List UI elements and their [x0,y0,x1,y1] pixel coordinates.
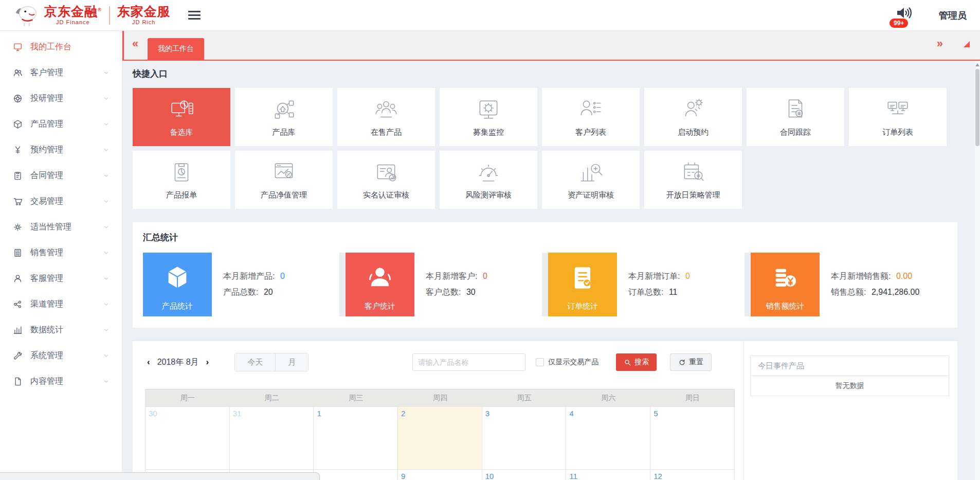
tab-my-workbench[interactable]: 我的工作台 [148,38,204,60]
sidebar-item-channel[interactable]: 渠道管理 [0,291,122,317]
user-menu[interactable]: 管理员 [939,9,967,22]
stat-line2-label: 订单总数: [628,288,663,296]
sidebar-item-product[interactable]: 产品管理 [0,111,122,137]
quick-tile[interactable]: 订单列表 [849,88,947,146]
product-network-icon [271,97,297,124]
weekday-label: 周五 [482,389,567,407]
quick-tile[interactable]: 在售产品 [337,88,435,146]
tabs-scroll-right-icon[interactable]: » [937,38,943,49]
sidebar-item-contract[interactable]: 合同管理 [0,163,122,188]
quick-entry-grid: 备选库产品库在售产品募集监控客户列表启动预约合同跟踪订单列表产品报单产品净值管理… [133,88,947,209]
tools-icon [12,350,23,361]
tabs-scroll-left-icon[interactable]: « [132,38,138,49]
calendar-day-cell[interactable]: 12 [650,470,735,480]
calendar-day-cell[interactable]: 5 [650,407,735,470]
sidebar-item-cms[interactable]: 内容管理 [0,368,122,394]
stat-line2-value: 2,941,286.00 [869,288,919,296]
sidebar-item-sales[interactable]: 销售管理 [0,240,122,265]
sidebar-item-workbench[interactable]: 我的工作台 [0,34,122,60]
logo: 京东金融® JD Finance 东家金服 JD Rich [13,4,171,27]
sidebar-item-reservation[interactable]: 预约管理 [0,137,122,163]
report-clipboard-icon [169,159,194,187]
quick-tile[interactable]: 募集监控 [440,88,537,146]
trade-only-checkbox-row[interactable]: 仅显示交易产品 [536,358,598,367]
stat-card: 销售额统计本月新增销售额: 0.00销售总额: 2,941,286.00 [751,253,947,316]
quick-tile[interactable]: 启动预约 [644,88,742,146]
calendar-day-cell[interactable]: 2 [398,407,482,470]
quick-tile[interactable]: 合同跟踪 [747,88,844,146]
brand-jd-finance: 京东金融® JD Finance [44,5,102,25]
person-icon [12,273,23,283]
quick-tile[interactable]: 产品库 [235,88,333,146]
calendar-day-cell[interactable]: 30 [146,407,230,470]
sidebar-item-research[interactable]: 投研管理 [0,85,122,111]
sidebar-item-system[interactable]: 系统管理 [0,343,122,368]
scrollbar-thumb[interactable] [975,69,979,146]
calendar-panel: ‹ 2018年 8月 › 今天 月 仅显示交易产品 [133,341,957,480]
page-scrollbar[interactable] [975,61,980,480]
calendar-day-cell[interactable] [314,470,398,480]
quick-tile-label: 产品净值管理 [261,190,307,200]
compass-icon [12,93,23,103]
stat-card-color-block: 销售额统计 [751,253,820,316]
hamburger-menu-icon[interactable] [188,11,201,20]
today-events-box: 今日事件产品 暂无数据 [750,355,949,396]
calendar-next-button[interactable]: › [204,357,211,367]
calendar-prev-button[interactable]: ‹ [145,357,152,367]
quick-tile[interactable]: 实名认证审核 [337,151,435,209]
sidebar-item-trade[interactable]: 交易管理 [0,188,122,214]
jd-mascot-logo-icon [13,4,41,27]
sidebar-item-label: 销售管理 [30,247,63,258]
stat-card-label: 销售额统计 [766,301,805,311]
calendar-day-cell[interactable]: 31 [230,407,314,470]
calendar-day-cell[interactable]: 10 [482,470,567,480]
chevron-down-icon [103,301,110,308]
sidebar-item-label: 客户管理 [30,67,63,78]
calendar-day-cell[interactable]: 3 [482,407,567,470]
calendar-day-cell[interactable]: 11 [566,470,650,480]
weekday-label: 周四 [398,389,482,407]
today-button[interactable]: 今天 [235,353,275,371]
reset-button[interactable]: 重置 [670,353,712,371]
quick-tile[interactable]: 产品净值管理 [235,151,333,209]
quick-tile[interactable]: 风险测评审核 [440,151,537,209]
calendar-day-cell[interactable]: 4 [566,407,650,470]
search-button[interactable]: 搜索 [616,353,657,371]
tab-options-caret-icon[interactable] [964,41,970,47]
stat-line2-label: 产品总数: [223,288,258,296]
calendar-day-cell[interactable]: 9 [398,470,482,480]
quick-tile-label: 产品库 [273,128,296,137]
scrollbar-up-arrow-icon[interactable] [975,63,979,66]
stat-line1-label: 本月新增产品: [223,272,275,280]
quick-tile[interactable]: 资产证明审核 [542,151,640,209]
monitor-gear-icon [476,97,501,124]
users-filled-icon [346,253,414,301]
quick-tile[interactable]: 备选库 [133,88,230,146]
sidebar-item-label: 数据统计 [30,325,63,335]
brand-jd-rich: 东家金服 JD Rich [117,5,171,25]
quick-tile[interactable]: 产品报单 [133,151,230,209]
sidebar-item-customer[interactable]: 客户管理 [0,60,122,85]
stat-line1-label: 本月新增订单: [628,272,680,280]
sidebar-item-service[interactable]: 客服管理 [0,265,122,291]
stat-line2-label: 销售总额: [831,288,866,296]
stat-line2-label: 客户总数: [426,288,461,296]
quick-tile[interactable]: 开放日策略管理 [644,151,742,209]
notification-speaker-button[interactable]: 99+ [894,0,914,31]
month-view-button[interactable]: 月 [275,353,308,371]
day-number: 2 [401,409,405,418]
chevron-down-icon [103,69,110,76]
calendar-day-cell[interactable]: 1 [314,407,398,470]
risk-gauge-icon [476,159,501,187]
sidebar-item-stats[interactable]: 数据统计 [0,317,122,343]
quick-tile[interactable]: 客户列表 [542,88,640,146]
sidebar-nav: 我的工作台客户管理投研管理产品管理预约管理合同管理交易管理适当性管理销售管理客服… [0,31,122,480]
sidebar-item-label: 交易管理 [30,196,63,207]
sidebar-item-suitability[interactable]: 适当性管理 [0,214,122,240]
contract-doc-icon [783,97,808,124]
product-name-input[interactable] [412,353,525,371]
trade-only-checkbox[interactable] [536,358,544,366]
stat-line2-value: 11 [666,288,677,296]
day-number: 10 [485,472,494,480]
sidebar-item-label: 内容管理 [30,376,63,387]
